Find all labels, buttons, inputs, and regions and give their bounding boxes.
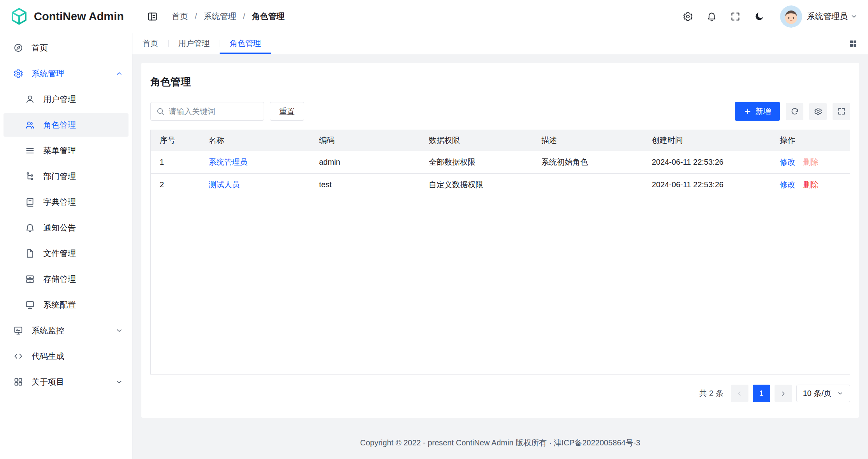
sidebar-item-system-config[interactable]: 系统配置 — [4, 293, 129, 317]
monitor-screen-icon — [25, 300, 35, 310]
sidebar-group-system[interactable]: 系统管理 — [4, 62, 129, 85]
app-root: ContiNew Admin 首页 / 系统管理 / 角色管理 — [0, 0, 868, 459]
page-footer: Copyright © 2022 - present ContiNew Admi… — [132, 426, 868, 459]
header-main: 首页 / 系统管理 / 角色管理 — [132, 0, 868, 33]
sidebar-item-label: 部门管理 — [43, 171, 76, 182]
reset-button[interactable]: 重置 — [270, 102, 304, 121]
bell-icon — [25, 223, 35, 233]
keyword-search-input[interactable] — [169, 107, 258, 116]
breadcrumb-separator: / — [243, 12, 245, 21]
app-title: ContiNew Admin — [34, 10, 124, 23]
column-header: 描述 — [532, 135, 643, 146]
sidebar-item-label: 文件管理 — [43, 248, 76, 259]
notification-bell-icon[interactable] — [706, 11, 717, 22]
table-fullscreen-button[interactable] — [833, 103, 850, 120]
storage-drawers-icon — [25, 274, 35, 284]
refresh-icon — [791, 107, 799, 116]
user-name[interactable]: 系统管理员 — [807, 11, 848, 22]
table-row: 1 系统管理员 admin 全部数据权限 系统初始角色 2024-06-11 2… — [151, 151, 850, 174]
chevron-down-icon — [115, 378, 123, 386]
chevron-down-icon — [115, 327, 123, 334]
sidebar-group-about[interactable]: 关于项目 — [4, 370, 129, 394]
sidebar-item-menu-mgmt[interactable]: 菜单管理 — [4, 139, 129, 162]
fullscreen-icon[interactable] — [730, 11, 741, 22]
table-header-row: 序号 名称 编码 数据权限 描述 创建时间 操作 — [151, 130, 850, 151]
sidebar-item-label: 系统管理 — [32, 68, 64, 79]
sidebar-item-user-mgmt[interactable]: 用户管理 — [4, 88, 129, 111]
app-header: ContiNew Admin 首页 / 系统管理 / 角色管理 — [0, 0, 868, 33]
tab-role-mgmt[interactable]: 角色管理 — [220, 33, 271, 54]
edit-link[interactable]: 修改 — [780, 157, 795, 167]
toolbar: 重置 新增 — [150, 102, 850, 121]
chevron-left-icon — [736, 390, 743, 397]
cell-index: 1 — [151, 158, 200, 167]
column-settings-button[interactable] — [809, 103, 827, 120]
search-box — [150, 102, 264, 121]
content-area: 首页 用户管理 角色管理 角色管理 — [132, 33, 868, 459]
pagination-next-button[interactable] — [775, 385, 792, 402]
column-header: 序号 — [151, 135, 200, 146]
settings-icon[interactable] — [683, 11, 693, 22]
cell-data-scope: 全部数据权限 — [420, 157, 532, 167]
column-header: 名称 — [200, 135, 310, 146]
breadcrumb-separator: / — [195, 12, 197, 21]
tab-home[interactable]: 首页 — [132, 33, 168, 54]
delete-link[interactable]: 删除 — [803, 179, 819, 190]
tab-bar: 首页 用户管理 角色管理 — [132, 33, 868, 54]
chevron-down-icon — [837, 390, 843, 397]
page-size-select[interactable]: 10 条/页 — [796, 385, 850, 402]
home-compass-icon — [13, 43, 23, 53]
edit-link[interactable]: 修改 — [780, 179, 795, 190]
dept-tree-icon — [25, 171, 35, 181]
sidebar-item-label: 用户管理 — [43, 94, 76, 105]
pagination-prev-button[interactable] — [731, 385, 748, 402]
sidebar-group-monitor[interactable]: 系统监控 — [4, 319, 129, 342]
about-grid-icon — [13, 377, 23, 387]
menu-collapse-icon[interactable] — [147, 11, 158, 22]
page-title: 角色管理 — [150, 75, 850, 89]
refresh-button[interactable] — [786, 103, 803, 120]
code-brackets-icon — [13, 351, 23, 361]
copyright-text: Copyright © 2022 - present ContiNew Admi… — [360, 438, 641, 448]
sidebar-item-label: 角色管理 — [43, 120, 76, 130]
role-name-link[interactable]: 系统管理员 — [209, 158, 248, 166]
sidebar-item-storage-mgmt[interactable]: 存储管理 — [4, 267, 129, 291]
dark-mode-moon-icon[interactable] — [754, 11, 764, 22]
column-header: 操作 — [771, 135, 850, 146]
add-button[interactable]: 新增 — [735, 102, 780, 121]
chevron-down-icon[interactable] — [850, 12, 858, 20]
tab-user-mgmt[interactable]: 用户管理 — [168, 33, 220, 54]
breadcrumb-item-system[interactable]: 系统管理 — [204, 11, 236, 22]
sidebar-item-label: 系统监控 — [32, 325, 64, 336]
fullscreen-icon — [837, 107, 846, 116]
sidebar-item-label: 首页 — [32, 42, 48, 53]
sidebar-item-codegen[interactable]: 代码生成 — [4, 345, 129, 368]
breadcrumb: 首页 / 系统管理 / 角色管理 — [172, 11, 285, 22]
sidebar-item-notice[interactable]: 通知公告 — [4, 216, 129, 239]
plus-icon — [744, 107, 752, 115]
column-header: 数据权限 — [420, 135, 532, 146]
chevron-right-icon — [780, 390, 787, 397]
roles-table: 序号 名称 编码 数据权限 描述 创建时间 操作 1 系统管理员 admin — [150, 130, 850, 375]
menu-lines-icon — [25, 146, 35, 156]
pagination-page-1[interactable]: 1 — [753, 385, 770, 402]
sidebar-item-dept-mgmt[interactable]: 部门管理 — [4, 165, 129, 188]
main-area: 角色管理 重置 新增 — [132, 54, 868, 426]
table-empty-space — [151, 196, 850, 374]
sidebar-item-home[interactable]: 首页 — [4, 36, 129, 60]
sidebar-item-label: 存储管理 — [43, 274, 76, 285]
sidebar-item-role-mgmt[interactable]: 角色管理 — [4, 113, 129, 137]
cell-code: admin — [310, 158, 420, 167]
user-avatar[interactable] — [780, 5, 802, 28]
sidebar-item-label: 系统配置 — [43, 299, 76, 310]
sidebar-item-file-mgmt[interactable]: 文件管理 — [4, 242, 129, 265]
table-row: 2 测试人员 test 自定义数据权限 2024-06-11 22:53:26 … — [151, 174, 850, 196]
sidebar-item-label: 关于项目 — [32, 376, 64, 387]
logo[interactable]: ContiNew Admin — [0, 0, 132, 33]
logo-icon — [10, 7, 28, 25]
role-name-link[interactable]: 测试人员 — [209, 180, 240, 189]
tab-actions-grid-icon[interactable] — [849, 33, 858, 54]
breadcrumb-item-home[interactable]: 首页 — [172, 11, 188, 22]
sidebar-item-dict-mgmt[interactable]: 字典管理 — [4, 190, 129, 214]
page-size-value: 10 条/页 — [803, 388, 831, 399]
